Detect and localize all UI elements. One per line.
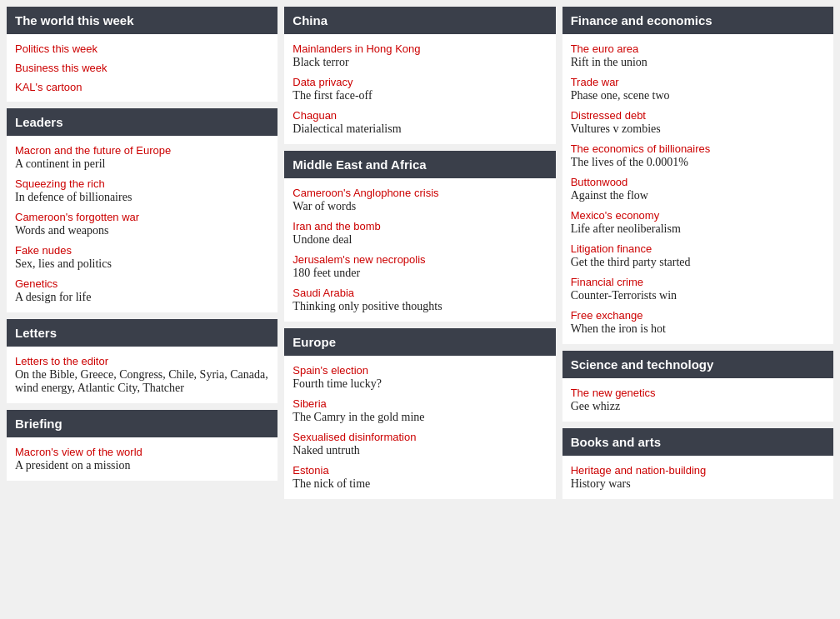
article-desc: Counter-Terrorists win [571, 289, 825, 302]
list-item: Mexico's economyLife after neoliberalism [571, 209, 825, 236]
article-link[interactable]: Saudi Arabia [292, 287, 547, 299]
section-china: ChinaMainlanders in Hong KongBlack terro… [284, 7, 555, 144]
article-link[interactable]: Macron and the future of Europe [15, 144, 269, 157]
list-item: Mainlanders in Hong KongBlack terror [292, 42, 547, 69]
article-desc: Phase one, scene two [571, 89, 825, 102]
article-link[interactable]: Spain's election [292, 364, 547, 377]
list-item: Macron and the future of EuropeA contine… [15, 144, 269, 171]
article-link[interactable]: The economics of billionaires [571, 142, 825, 155]
section-header-china: China [284, 7, 555, 34]
list-item: Cameroon's forgotten warWords and weapon… [15, 211, 269, 237]
article-desc: The nick of time [292, 477, 547, 491]
section-header-world-this-week: The world this week [7, 7, 278, 34]
article-link[interactable]: Trade war [571, 76, 825, 88]
section-europe: EuropeSpain's electionFourth time lucky?… [284, 328, 555, 499]
list-item: Data privacyThe first face-off [292, 76, 547, 102]
article-desc: Black terror [292, 56, 547, 69]
article-link[interactable]: Buttonwood [571, 176, 825, 188]
section-header-science-technology: Science and technology [562, 351, 833, 378]
article-link[interactable]: Free exchange [571, 309, 825, 322]
article-link[interactable]: The euro area [571, 42, 825, 55]
article-desc: Sex, lies and politics [15, 257, 269, 271]
page-columns: The world this weekPolitics this weekBus… [7, 7, 833, 499]
article-desc: Undone deal [292, 233, 547, 247]
section-header-middle-east-africa: Middle East and Africa [284, 151, 555, 178]
article-link[interactable]: Iran and the bomb [292, 220, 547, 232]
list-item: SiberiaThe Camry in the gold mine [292, 397, 547, 424]
column-2: Finance and economicsThe euro areaRift i… [562, 7, 833, 499]
list-item: Distressed debtVultures v zombies [571, 109, 825, 136]
article-link[interactable]: Data privacy [292, 76, 547, 88]
column-0: The world this weekPolitics this weekBus… [7, 7, 278, 499]
article-link[interactable]: Letters to the editor [15, 355, 269, 367]
section-body-letters: Letters to the editorOn the Bible, Greec… [7, 347, 278, 403]
list-item: Letters to the editorOn the Bible, Greec… [15, 355, 269, 395]
list-item: Cameroon's Anglophone crisisWar of words [292, 187, 547, 213]
section-leaders: LeadersMacron and the future of EuropeA … [7, 108, 278, 312]
section-body-europe: Spain's electionFourth time lucky?Siberi… [284, 356, 555, 499]
section-body-leaders: Macron and the future of EuropeA contine… [7, 136, 278, 312]
article-link[interactable]: Sexualised disinformation [292, 431, 547, 443]
article-desc: Vultures v zombies [571, 122, 825, 136]
section-header-letters: Letters [7, 319, 278, 347]
article-desc: Naked untruth [292, 444, 547, 457]
list-item: Financial crimeCounter-Terrorists win [571, 276, 825, 302]
article-desc: Words and weapons [15, 224, 269, 237]
article-link[interactable]: Jerusalem's new necropolis [292, 253, 547, 266]
list-item: Litigation financeGet the third party st… [571, 242, 825, 269]
list-item: The euro areaRift in the union [571, 42, 825, 69]
list-item: Politics this week [15, 42, 269, 55]
article-desc: War of words [292, 200, 547, 213]
list-item: ChaguanDialectical materialism [292, 109, 547, 136]
section-books-arts: Books and artsHeritage and nation-buildi… [562, 428, 833, 499]
article-link[interactable]: Financial crime [571, 276, 825, 288]
article-link[interactable]: Litigation finance [571, 242, 825, 255]
article-desc: On the Bible, Greece, Congress, Chile, S… [15, 368, 269, 395]
article-link[interactable]: Estonia [292, 464, 547, 477]
article-link[interactable]: Heritage and nation-building [571, 464, 825, 477]
article-desc: History wars [571, 477, 825, 491]
section-briefing: BriefingMacron's view of the worldA pres… [7, 410, 278, 481]
section-body-world-this-week: Politics this weekBusiness this weekKAL'… [7, 34, 278, 102]
article-link[interactable]: Cameroon's Anglophone crisis [292, 187, 547, 199]
list-item: ButtonwoodAgainst the flow [571, 176, 825, 202]
section-world-this-week: The world this weekPolitics this weekBus… [7, 7, 278, 102]
article-desc: The Camry in the gold mine [292, 411, 547, 424]
section-body-middle-east-africa: Cameroon's Anglophone crisisWar of words… [284, 178, 555, 322]
list-item: Jerusalem's new necropolis180 feet under [292, 253, 547, 280]
article-link[interactable]: Genetics [15, 277, 269, 290]
section-body-finance-economics: The euro areaRift in the unionTrade warP… [562, 34, 833, 344]
section-header-finance-economics: Finance and economics [562, 7, 833, 34]
article-desc: When the iron is hot [571, 322, 825, 336]
list-item: Business this week [15, 62, 269, 74]
article-link[interactable]: Siberia [292, 397, 547, 410]
article-desc: 180 feet under [292, 267, 547, 280]
article-desc: In defence of billionaires [15, 191, 269, 204]
section-science-technology: Science and technologyThe new geneticsGe… [562, 351, 833, 422]
list-item: The economics of billionairesThe lives o… [571, 142, 825, 169]
article-link[interactable]: Cameroon's forgotten war [15, 211, 269, 223]
section-header-europe: Europe [284, 328, 555, 356]
article-link[interactable]: Macron's view of the world [15, 446, 269, 458]
article-link[interactable]: KAL's cartoon [15, 81, 269, 93]
article-link[interactable]: Distressed debt [571, 109, 825, 122]
article-link[interactable]: Fake nudes [15, 244, 269, 257]
article-link[interactable]: Business this week [15, 62, 269, 74]
list-item: Macron's view of the worldA president on… [15, 446, 269, 472]
article-link[interactable]: Politics this week [15, 42, 269, 55]
article-desc: Gee whizz [571, 400, 825, 413]
column-1: ChinaMainlanders in Hong KongBlack terro… [284, 7, 555, 499]
article-link[interactable]: Mexico's economy [571, 209, 825, 222]
article-link[interactable]: The new genetics [571, 387, 825, 399]
list-item: Fake nudesSex, lies and politics [15, 244, 269, 271]
article-link[interactable]: Squeezing the rich [15, 177, 269, 190]
article-link[interactable]: Mainlanders in Hong Kong [292, 42, 547, 55]
list-item: Squeezing the richIn defence of billiona… [15, 177, 269, 204]
article-desc: Rift in the union [571, 56, 825, 69]
section-letters: LettersLetters to the editorOn the Bible… [7, 319, 278, 403]
article-link[interactable]: Chaguan [292, 109, 547, 122]
section-header-books-arts: Books and arts [562, 428, 833, 456]
article-desc: A president on a mission [15, 459, 269, 472]
article-desc: Fourth time lucky? [292, 377, 547, 391]
list-item: GeneticsA design for life [15, 277, 269, 304]
